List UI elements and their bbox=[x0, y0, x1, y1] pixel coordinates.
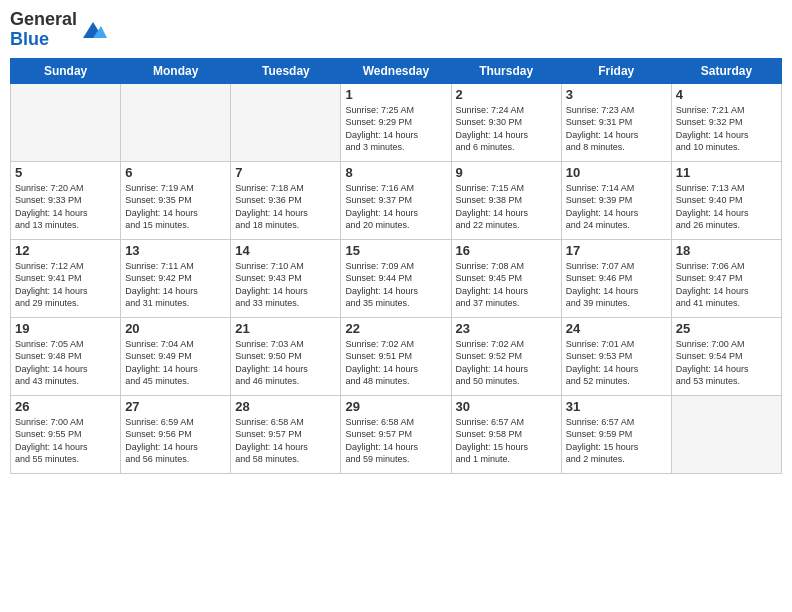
day-number-9: 9 bbox=[456, 165, 557, 180]
day-info-10: Sunrise: 7:14 AM Sunset: 9:39 PM Dayligh… bbox=[566, 182, 667, 232]
day-number-4: 4 bbox=[676, 87, 777, 102]
day-info-20: Sunrise: 7:04 AM Sunset: 9:49 PM Dayligh… bbox=[125, 338, 226, 388]
logo-icon bbox=[79, 16, 107, 44]
day-cell-17: 17Sunrise: 7:07 AM Sunset: 9:46 PM Dayli… bbox=[561, 239, 671, 317]
day-cell-5: 5Sunrise: 7:20 AM Sunset: 9:33 PM Daylig… bbox=[11, 161, 121, 239]
day-number-15: 15 bbox=[345, 243, 446, 258]
day-info-21: Sunrise: 7:03 AM Sunset: 9:50 PM Dayligh… bbox=[235, 338, 336, 388]
calendar-page: General Blue SundayMondayTuesdayWednesda… bbox=[0, 0, 792, 612]
weekday-header-row: SundayMondayTuesdayWednesdayThursdayFrid… bbox=[11, 58, 782, 83]
day-info-13: Sunrise: 7:11 AM Sunset: 9:42 PM Dayligh… bbox=[125, 260, 226, 310]
day-cell-29: 29Sunrise: 6:58 AM Sunset: 9:57 PM Dayli… bbox=[341, 395, 451, 473]
day-number-28: 28 bbox=[235, 399, 336, 414]
week-row-5: 26Sunrise: 7:00 AM Sunset: 9:55 PM Dayli… bbox=[11, 395, 782, 473]
day-info-2: Sunrise: 7:24 AM Sunset: 9:30 PM Dayligh… bbox=[456, 104, 557, 154]
day-cell-28: 28Sunrise: 6:58 AM Sunset: 9:57 PM Dayli… bbox=[231, 395, 341, 473]
day-number-5: 5 bbox=[15, 165, 116, 180]
day-number-22: 22 bbox=[345, 321, 446, 336]
day-number-12: 12 bbox=[15, 243, 116, 258]
day-info-23: Sunrise: 7:02 AM Sunset: 9:52 PM Dayligh… bbox=[456, 338, 557, 388]
weekday-header-sunday: Sunday bbox=[11, 58, 121, 83]
day-number-3: 3 bbox=[566, 87, 667, 102]
day-info-24: Sunrise: 7:01 AM Sunset: 9:53 PM Dayligh… bbox=[566, 338, 667, 388]
day-info-17: Sunrise: 7:07 AM Sunset: 9:46 PM Dayligh… bbox=[566, 260, 667, 310]
day-info-7: Sunrise: 7:18 AM Sunset: 9:36 PM Dayligh… bbox=[235, 182, 336, 232]
day-cell-21: 21Sunrise: 7:03 AM Sunset: 9:50 PM Dayli… bbox=[231, 317, 341, 395]
day-info-27: Sunrise: 6:59 AM Sunset: 9:56 PM Dayligh… bbox=[125, 416, 226, 466]
day-cell-7: 7Sunrise: 7:18 AM Sunset: 9:36 PM Daylig… bbox=[231, 161, 341, 239]
day-cell-2: 2Sunrise: 7:24 AM Sunset: 9:30 PM Daylig… bbox=[451, 83, 561, 161]
day-info-14: Sunrise: 7:10 AM Sunset: 9:43 PM Dayligh… bbox=[235, 260, 336, 310]
day-cell-1: 1Sunrise: 7:25 AM Sunset: 9:29 PM Daylig… bbox=[341, 83, 451, 161]
day-number-29: 29 bbox=[345, 399, 446, 414]
weekday-header-monday: Monday bbox=[121, 58, 231, 83]
empty-cell bbox=[11, 83, 121, 161]
day-info-5: Sunrise: 7:20 AM Sunset: 9:33 PM Dayligh… bbox=[15, 182, 116, 232]
day-cell-30: 30Sunrise: 6:57 AM Sunset: 9:58 PM Dayli… bbox=[451, 395, 561, 473]
day-info-12: Sunrise: 7:12 AM Sunset: 9:41 PM Dayligh… bbox=[15, 260, 116, 310]
day-number-20: 20 bbox=[125, 321, 226, 336]
week-row-1: 1Sunrise: 7:25 AM Sunset: 9:29 PM Daylig… bbox=[11, 83, 782, 161]
day-info-6: Sunrise: 7:19 AM Sunset: 9:35 PM Dayligh… bbox=[125, 182, 226, 232]
day-cell-13: 13Sunrise: 7:11 AM Sunset: 9:42 PM Dayli… bbox=[121, 239, 231, 317]
day-info-25: Sunrise: 7:00 AM Sunset: 9:54 PM Dayligh… bbox=[676, 338, 777, 388]
day-info-3: Sunrise: 7:23 AM Sunset: 9:31 PM Dayligh… bbox=[566, 104, 667, 154]
day-cell-27: 27Sunrise: 6:59 AM Sunset: 9:56 PM Dayli… bbox=[121, 395, 231, 473]
day-number-18: 18 bbox=[676, 243, 777, 258]
day-number-27: 27 bbox=[125, 399, 226, 414]
day-info-9: Sunrise: 7:15 AM Sunset: 9:38 PM Dayligh… bbox=[456, 182, 557, 232]
day-info-11: Sunrise: 7:13 AM Sunset: 9:40 PM Dayligh… bbox=[676, 182, 777, 232]
day-number-25: 25 bbox=[676, 321, 777, 336]
day-cell-6: 6Sunrise: 7:19 AM Sunset: 9:35 PM Daylig… bbox=[121, 161, 231, 239]
week-row-4: 19Sunrise: 7:05 AM Sunset: 9:48 PM Dayli… bbox=[11, 317, 782, 395]
day-number-21: 21 bbox=[235, 321, 336, 336]
day-cell-16: 16Sunrise: 7:08 AM Sunset: 9:45 PM Dayli… bbox=[451, 239, 561, 317]
weekday-header-saturday: Saturday bbox=[671, 58, 781, 83]
day-number-17: 17 bbox=[566, 243, 667, 258]
day-cell-4: 4Sunrise: 7:21 AM Sunset: 9:32 PM Daylig… bbox=[671, 83, 781, 161]
day-info-22: Sunrise: 7:02 AM Sunset: 9:51 PM Dayligh… bbox=[345, 338, 446, 388]
day-number-19: 19 bbox=[15, 321, 116, 336]
weekday-header-tuesday: Tuesday bbox=[231, 58, 341, 83]
day-info-4: Sunrise: 7:21 AM Sunset: 9:32 PM Dayligh… bbox=[676, 104, 777, 154]
day-cell-12: 12Sunrise: 7:12 AM Sunset: 9:41 PM Dayli… bbox=[11, 239, 121, 317]
day-number-1: 1 bbox=[345, 87, 446, 102]
day-cell-24: 24Sunrise: 7:01 AM Sunset: 9:53 PM Dayli… bbox=[561, 317, 671, 395]
day-number-6: 6 bbox=[125, 165, 226, 180]
day-info-1: Sunrise: 7:25 AM Sunset: 9:29 PM Dayligh… bbox=[345, 104, 446, 154]
day-info-8: Sunrise: 7:16 AM Sunset: 9:37 PM Dayligh… bbox=[345, 182, 446, 232]
day-info-15: Sunrise: 7:09 AM Sunset: 9:44 PM Dayligh… bbox=[345, 260, 446, 310]
day-info-28: Sunrise: 6:58 AM Sunset: 9:57 PM Dayligh… bbox=[235, 416, 336, 466]
weekday-header-thursday: Thursday bbox=[451, 58, 561, 83]
day-number-24: 24 bbox=[566, 321, 667, 336]
week-row-3: 12Sunrise: 7:12 AM Sunset: 9:41 PM Dayli… bbox=[11, 239, 782, 317]
day-number-30: 30 bbox=[456, 399, 557, 414]
day-cell-22: 22Sunrise: 7:02 AM Sunset: 9:51 PM Dayli… bbox=[341, 317, 451, 395]
day-cell-23: 23Sunrise: 7:02 AM Sunset: 9:52 PM Dayli… bbox=[451, 317, 561, 395]
day-cell-19: 19Sunrise: 7:05 AM Sunset: 9:48 PM Dayli… bbox=[11, 317, 121, 395]
day-info-18: Sunrise: 7:06 AM Sunset: 9:47 PM Dayligh… bbox=[676, 260, 777, 310]
day-number-23: 23 bbox=[456, 321, 557, 336]
day-number-14: 14 bbox=[235, 243, 336, 258]
day-info-29: Sunrise: 6:58 AM Sunset: 9:57 PM Dayligh… bbox=[345, 416, 446, 466]
day-info-31: Sunrise: 6:57 AM Sunset: 9:59 PM Dayligh… bbox=[566, 416, 667, 466]
day-cell-8: 8Sunrise: 7:16 AM Sunset: 9:37 PM Daylig… bbox=[341, 161, 451, 239]
day-cell-14: 14Sunrise: 7:10 AM Sunset: 9:43 PM Dayli… bbox=[231, 239, 341, 317]
logo: General Blue bbox=[10, 10, 107, 50]
day-cell-11: 11Sunrise: 7:13 AM Sunset: 9:40 PM Dayli… bbox=[671, 161, 781, 239]
day-cell-10: 10Sunrise: 7:14 AM Sunset: 9:39 PM Dayli… bbox=[561, 161, 671, 239]
day-cell-18: 18Sunrise: 7:06 AM Sunset: 9:47 PM Dayli… bbox=[671, 239, 781, 317]
empty-cell bbox=[231, 83, 341, 161]
day-number-13: 13 bbox=[125, 243, 226, 258]
day-cell-3: 3Sunrise: 7:23 AM Sunset: 9:31 PM Daylig… bbox=[561, 83, 671, 161]
day-number-26: 26 bbox=[15, 399, 116, 414]
day-number-2: 2 bbox=[456, 87, 557, 102]
day-info-19: Sunrise: 7:05 AM Sunset: 9:48 PM Dayligh… bbox=[15, 338, 116, 388]
day-number-7: 7 bbox=[235, 165, 336, 180]
day-info-30: Sunrise: 6:57 AM Sunset: 9:58 PM Dayligh… bbox=[456, 416, 557, 466]
day-number-16: 16 bbox=[456, 243, 557, 258]
day-info-16: Sunrise: 7:08 AM Sunset: 9:45 PM Dayligh… bbox=[456, 260, 557, 310]
day-cell-31: 31Sunrise: 6:57 AM Sunset: 9:59 PM Dayli… bbox=[561, 395, 671, 473]
day-number-31: 31 bbox=[566, 399, 667, 414]
header: General Blue bbox=[10, 10, 782, 50]
